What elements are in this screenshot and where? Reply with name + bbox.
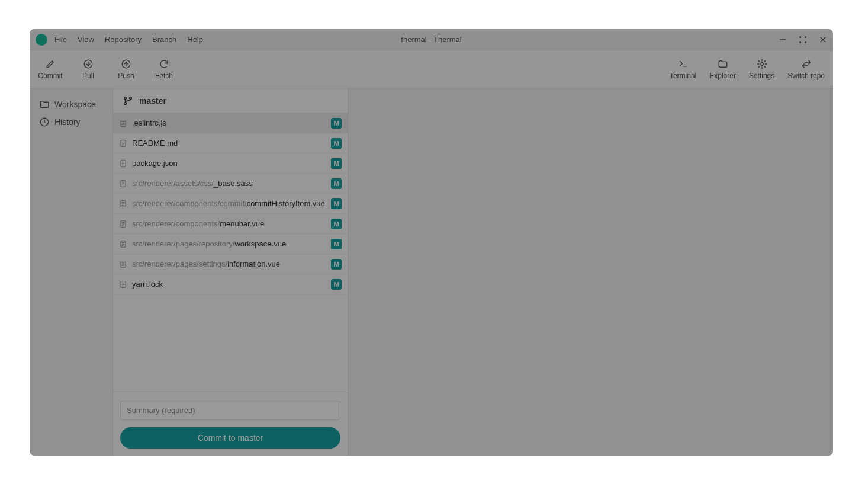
status-badge: M <box>331 178 342 189</box>
commit-button[interactable]: Commit to master <box>120 427 340 449</box>
minimize-icon[interactable] <box>779 36 787 44</box>
file-icon <box>119 159 127 168</box>
file-icon <box>119 220 127 228</box>
menu-file[interactable]: File <box>54 35 67 44</box>
sidebar-item-label: History <box>54 117 81 127</box>
toolbar: CommitPullPushFetch TerminalExplorerSett… <box>30 50 833 88</box>
status-badge: M <box>331 219 342 229</box>
file-row[interactable]: README.md M <box>113 133 348 153</box>
status-badge: M <box>331 138 342 149</box>
file-icon <box>119 260 127 268</box>
window-title: thermal - Thermal <box>401 35 461 44</box>
commit-summary-input[interactable] <box>120 401 340 420</box>
app-logo-icon <box>36 34 47 46</box>
push-label: Push <box>118 72 134 80</box>
file-icon <box>119 139 127 148</box>
terminal-label: Terminal <box>670 72 696 80</box>
titlebar: FileViewRepositoryBranchHelp thermal - T… <box>30 29 833 50</box>
close-icon[interactable] <box>819 36 827 44</box>
file-path: src/renderer/assets/css/_base.sass <box>132 179 326 188</box>
sidebar: WorkspaceHistory <box>30 88 112 456</box>
file-icon <box>119 240 127 248</box>
file-row[interactable]: src/renderer/assets/css/_base.sass M <box>113 174 348 194</box>
file-path: README.md <box>132 139 326 148</box>
switch-button[interactable]: Switch repo <box>787 59 825 80</box>
file-icon <box>119 200 127 208</box>
file-path: src/renderer/pages/settings/information.… <box>132 260 326 268</box>
status-badge: M <box>331 158 342 169</box>
file-row[interactable]: src/renderer/pages/settings/information.… <box>113 254 348 274</box>
fetch-label: Fetch <box>155 72 173 80</box>
clock-icon <box>39 117 50 127</box>
window-controls <box>779 36 827 44</box>
menu-branch[interactable]: Branch <box>152 35 176 44</box>
diff-panel <box>348 88 833 456</box>
terminal-button[interactable]: Terminal <box>670 59 696 80</box>
refresh-icon <box>159 59 169 69</box>
menu-repository[interactable]: Repository <box>105 35 142 44</box>
commit-footer: Commit to master <box>113 393 348 456</box>
arrow-down-circle-icon <box>83 59 94 69</box>
status-badge: M <box>331 259 342 270</box>
terminal-icon <box>678 59 689 69</box>
file-list: .eslintrc.js M README.md M package.json … <box>113 113 348 393</box>
settings-label: Settings <box>749 72 774 80</box>
switch-label: Switch repo <box>787 72 825 80</box>
file-row[interactable]: src/renderer/components/menubar.vue M <box>113 214 348 234</box>
file-path: yarn.lock <box>132 280 326 289</box>
pull-label: Pull <box>82 72 94 80</box>
sidebar-item-label: Workspace <box>54 100 96 109</box>
svg-point-5 <box>760 62 763 65</box>
file-row[interactable]: yarn.lock M <box>113 274 348 294</box>
file-path: src/renderer/components/menubar.vue <box>132 219 326 228</box>
file-path: .eslintrc.js <box>132 119 326 127</box>
status-badge: M <box>331 118 342 129</box>
app-window: FileViewRepositoryBranchHelp thermal - T… <box>30 29 833 456</box>
commit-label: Commit <box>38 72 62 80</box>
arrow-up-circle-icon <box>121 59 131 69</box>
gear-icon <box>757 59 767 69</box>
explorer-button[interactable]: Explorer <box>709 59 736 80</box>
sidebar-item-history[interactable]: History <box>34 113 108 131</box>
svg-point-7 <box>124 97 127 99</box>
explorer-label: Explorer <box>709 72 736 80</box>
pull-button[interactable]: Pull <box>76 59 101 80</box>
file-path: src/renderer/components/commit/commitHis… <box>132 199 326 208</box>
status-badge: M <box>331 239 342 249</box>
sidebar-item-workspace[interactable]: Workspace <box>34 95 108 113</box>
branch-icon <box>123 95 133 106</box>
file-row[interactable]: .eslintrc.js M <box>113 113 348 133</box>
svg-point-9 <box>130 97 132 99</box>
swap-icon <box>801 59 812 69</box>
file-icon <box>119 180 127 188</box>
file-row[interactable]: src/renderer/components/commit/commitHis… <box>113 194 348 214</box>
branch-header[interactable]: master <box>113 88 348 113</box>
app-body: WorkspaceHistory master .eslintrc.js M R… <box>30 88 833 456</box>
menu-bar: FileViewRepositoryBranchHelp <box>54 35 203 44</box>
settings-button[interactable]: Settings <box>749 59 774 80</box>
changes-panel: master .eslintrc.js M README.md M packag… <box>112 88 348 456</box>
file-path: package.json <box>132 159 326 168</box>
status-badge: M <box>331 279 342 290</box>
svg-point-8 <box>124 102 127 104</box>
folder-icon <box>718 59 728 69</box>
menu-view[interactable]: View <box>78 35 94 44</box>
pencil-icon <box>45 59 56 69</box>
maximize-icon[interactable] <box>799 36 807 44</box>
menu-help[interactable]: Help <box>187 35 203 44</box>
file-icon <box>119 119 127 127</box>
file-icon <box>119 280 127 289</box>
folder-icon <box>39 99 50 110</box>
file-row[interactable]: src/renderer/pages/repository/workspace.… <box>113 234 348 254</box>
commit-button[interactable]: Commit <box>38 59 63 80</box>
fetch-button[interactable]: Fetch <box>152 59 176 80</box>
status-badge: M <box>331 198 342 209</box>
file-path: src/renderer/pages/repository/workspace.… <box>132 239 326 248</box>
branch-name: master <box>139 96 166 105</box>
file-row[interactable]: package.json M <box>113 153 348 174</box>
push-button[interactable]: Push <box>114 59 139 80</box>
